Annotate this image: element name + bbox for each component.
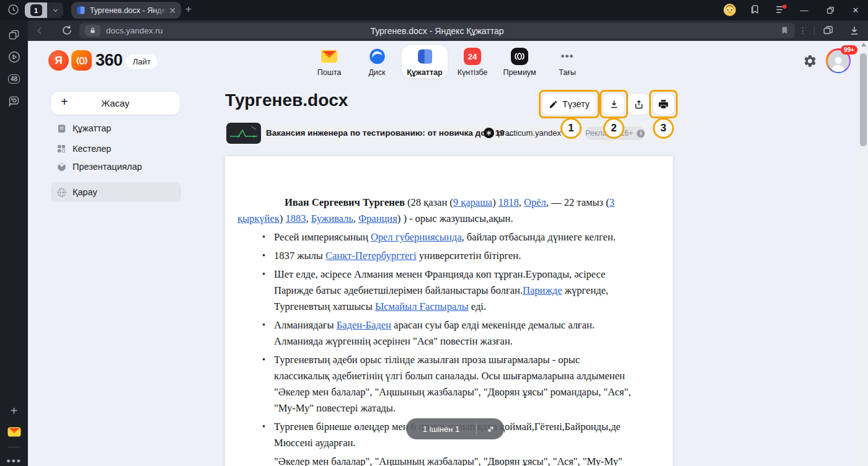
play-icon[interactable] xyxy=(0,49,28,65)
scrollbar-thumb[interactable] xyxy=(860,53,867,146)
ad-source: practicum.yandex xyxy=(498,128,561,138)
close-tab-icon[interactable]: ✕ xyxy=(169,6,176,15)
screenshot-icon[interactable] xyxy=(0,92,28,108)
notification-badge: 99+ xyxy=(841,45,857,55)
url-text: docs.yandex.ru xyxy=(106,26,163,35)
share-button[interactable] xyxy=(627,93,650,115)
annotation-box-2 xyxy=(600,90,628,118)
ad-title: Вакансия инженера по тестированию: от но… xyxy=(266,128,513,138)
sidebar-item-presentations[interactable]: Презентациялар xyxy=(51,157,181,176)
yandex-360-icon[interactable] xyxy=(71,50,92,71)
practicum-logo-icon xyxy=(484,128,494,138)
more-vertical-icon[interactable]: ⋮ xyxy=(799,25,807,35)
gear-icon[interactable] xyxy=(803,54,817,68)
app-disk[interactable]: Диск xyxy=(354,46,400,78)
tables-icon xyxy=(56,143,67,154)
menu-icon[interactable] xyxy=(775,4,787,15)
page-indicator[interactable]: 1 ішінен 1 xyxy=(406,418,504,439)
speed-badge[interactable]: 48 xyxy=(0,71,28,87)
divider xyxy=(7,447,20,447)
add-panel-icon[interactable]: + xyxy=(0,403,28,419)
annotation-label-3: 3 xyxy=(653,118,674,139)
doc-link[interactable]: 1818 xyxy=(498,196,519,208)
tab-group-count: 1 xyxy=(25,2,47,18)
close-button[interactable]: ✕ xyxy=(844,0,867,20)
minimize-button[interactable]: — xyxy=(793,0,815,20)
address-bar: docs.yandex.ru Тургенев.docx - Яндекс Құ… xyxy=(28,20,868,41)
reload-icon[interactable] xyxy=(61,25,73,36)
ad-thumbnail xyxy=(226,123,261,144)
docs-favicon xyxy=(76,6,86,15)
bookmark-icon[interactable] xyxy=(780,25,789,35)
back-icon[interactable] xyxy=(34,25,46,37)
history-icon[interactable] xyxy=(7,3,20,16)
doc-link[interactable]: Санкт-Петербургтегі xyxy=(326,250,417,262)
tab-strip: 1 Тургенев.docx - Яндек ✕ + — ✕ xyxy=(0,0,868,20)
mail-icon xyxy=(320,48,339,65)
scrollbar[interactable] xyxy=(859,41,868,466)
sidebar-item-view[interactable]: Қарау xyxy=(51,182,181,202)
doc-link[interactable]: 9 қараша xyxy=(453,196,492,208)
doc-link[interactable]: 1883 xyxy=(285,213,306,224)
tab-group-chevron-icon[interactable] xyxy=(47,2,63,18)
side-panels-icon[interactable] xyxy=(822,25,834,37)
lock-icon[interactable] xyxy=(85,25,100,37)
annotation-label-1: 1 xyxy=(560,118,582,139)
browser-window: 1 Тургенев.docx - Яндек ✕ + — ✕ xyxy=(0,0,868,466)
annotation-box-3 xyxy=(649,90,678,118)
overflow-dots-icon[interactable]: ●●● xyxy=(0,452,28,466)
downloads-icon[interactable] xyxy=(849,25,860,36)
doc-link[interactable]: Парижде xyxy=(523,284,562,296)
mail-shortcut-icon[interactable] xyxy=(0,424,28,440)
browser-tab[interactable]: Тургенев.docx - Яндек ✕ xyxy=(71,2,181,19)
presentations-icon xyxy=(56,161,67,172)
yandex-logo[interactable]: Я xyxy=(48,50,69,71)
tab-group[interactable]: 1 xyxy=(25,2,63,18)
info-icon[interactable]: i xyxy=(637,130,645,138)
sidebar-item-documents[interactable]: Құжаттар xyxy=(51,119,181,138)
doc-link[interactable]: Франция xyxy=(358,213,397,224)
create-button[interactable]: + Жасау xyxy=(51,92,180,115)
profile-avatar-small[interactable] xyxy=(724,4,736,16)
annotation-label-2: 2 xyxy=(603,118,624,139)
maximize-button[interactable] xyxy=(819,0,841,20)
doc-link[interactable]: Буживаль xyxy=(311,213,353,224)
doc-link[interactable]: Орёл xyxy=(524,196,546,208)
document-title: Тургенев.docx xyxy=(225,90,348,110)
doc-bullet: Алманиядағы Баден-Баден арасан суы бар е… xyxy=(262,317,632,350)
lite-badge: Лайт xyxy=(126,55,157,69)
yandex-docs-app: Я 360 Лайт Пошта Диск Құжаттар 24 Күнтіз… xyxy=(28,41,868,466)
document-icon xyxy=(56,123,67,134)
tabs-panel-icon[interactable] xyxy=(0,27,28,43)
scrollbar-up-arrow[interactable] xyxy=(861,43,866,46)
app-docs[interactable]: Құжаттар xyxy=(402,46,448,78)
doc-paragraph-intro: Иван Сергеевич Тургенев (28 қазан (9 қар… xyxy=(237,195,632,227)
app-mail[interactable]: Пошта xyxy=(306,46,352,78)
app-calendar[interactable]: 24 Күнтізбе xyxy=(450,46,495,78)
doc-link[interactable]: Орел губерниясында xyxy=(371,231,462,243)
app-more[interactable]: ••• Тағы xyxy=(544,46,590,78)
premium-icon xyxy=(511,48,528,65)
browser-sidebar: 48 + ●●● xyxy=(0,20,28,466)
more-icon: ••• xyxy=(561,48,574,65)
collections-icon[interactable] xyxy=(749,4,761,15)
doc-link[interactable]: Ысмайыл Ғаспыралы xyxy=(375,301,469,312)
page-indicator-label: 1 ішінен 1 xyxy=(406,424,476,434)
page-title-center: Тургенев.docx - Яндекс Құжаттар xyxy=(79,26,795,36)
doc-bullet: Ресей империясының Орел губерниясында, б… xyxy=(262,229,632,245)
doc-partial-line: "Әкелер мен балалар", "Аңшының жазбалары… xyxy=(237,454,632,466)
disk-icon xyxy=(368,48,386,65)
annotation-box-1 xyxy=(539,90,600,118)
docs-icon xyxy=(416,48,434,65)
new-tab-icon[interactable]: + xyxy=(185,3,192,15)
divider xyxy=(814,27,815,35)
logo-360-text: 360 xyxy=(95,51,123,70)
plus-icon: + xyxy=(61,95,68,109)
doc-bullet: Шет елде, әсіресе Алмания менен Францияд… xyxy=(262,266,632,315)
url-field[interactable]: docs.yandex.ru Тургенев.docx - Яндекс Құ… xyxy=(79,23,795,38)
sidebar-item-tables[interactable]: Кестелер xyxy=(51,139,181,158)
doc-link[interactable]: Баден-Баден xyxy=(337,319,391,331)
tab-title: Тургенев.docx - Яндек xyxy=(90,6,168,15)
expand-icon[interactable] xyxy=(477,424,504,434)
app-premium[interactable]: Премиум xyxy=(497,46,542,78)
